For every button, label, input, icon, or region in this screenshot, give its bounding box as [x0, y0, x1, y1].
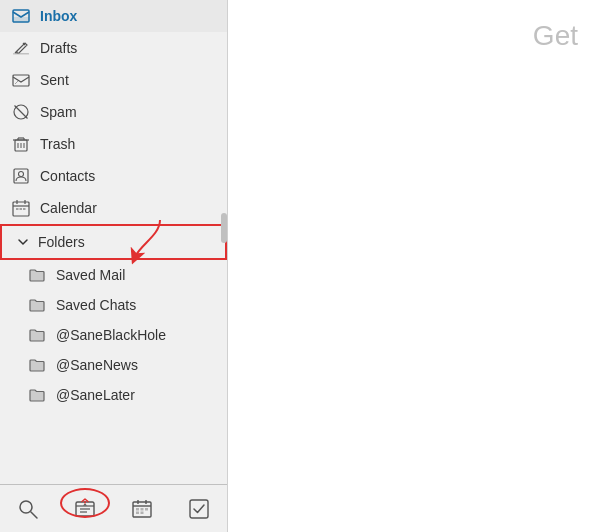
chevron-down-icon [14, 233, 32, 251]
sidebar-item-drafts[interactable]: Drafts [0, 32, 227, 64]
mail-list-footer-button[interactable] [66, 494, 104, 524]
sane-news-label: @SaneNews [56, 357, 138, 373]
sidebar-nav: Inbox Drafts Sent [0, 0, 227, 484]
sidebar-item-saved-mail[interactable]: Saved Mail [0, 260, 227, 290]
folder-icon [28, 386, 46, 404]
svg-rect-3 [13, 75, 29, 86]
sidebar-item-sane-later[interactable]: @SaneLater [0, 380, 227, 410]
calendar-label: Calendar [40, 200, 97, 216]
sidebar-item-inbox[interactable]: Inbox [0, 0, 227, 32]
svg-rect-22 [23, 208, 26, 210]
spam-icon [12, 103, 30, 121]
folders-label: Folders [38, 234, 85, 250]
drafts-label: Drafts [40, 40, 77, 56]
svg-rect-36 [145, 508, 148, 511]
sidebar-item-trash[interactable]: Trash [0, 128, 227, 160]
calendar-footer-button[interactable] [123, 494, 161, 524]
sidebar-footer [0, 484, 227, 532]
svg-rect-34 [136, 508, 139, 511]
trash-icon [12, 135, 30, 153]
contacts-label: Contacts [40, 168, 95, 184]
spam-label: Spam [40, 104, 77, 120]
inbox-label: Inbox [40, 8, 77, 24]
folder-icon [28, 326, 46, 344]
trash-label: Trash [40, 136, 75, 152]
svg-line-24 [31, 512, 37, 518]
svg-point-23 [20, 501, 32, 513]
svg-rect-38 [140, 511, 143, 514]
main-content: Get [228, 0, 608, 532]
svg-rect-2 [13, 53, 29, 55]
svg-rect-20 [16, 208, 19, 210]
sidebar-item-calendar[interactable]: Calendar [0, 192, 227, 224]
saved-chats-label: Saved Chats [56, 297, 136, 313]
folder-icon [28, 296, 46, 314]
sidebar-item-sane-blackhole[interactable]: @SaneBlackHole [0, 320, 227, 350]
svg-rect-39 [190, 500, 208, 518]
sane-later-label: @SaneLater [56, 387, 135, 403]
svg-rect-21 [20, 208, 23, 210]
svg-point-15 [19, 172, 24, 177]
inbox-icon [12, 7, 30, 25]
svg-rect-35 [140, 508, 143, 511]
saved-mail-label: Saved Mail [56, 267, 125, 283]
svg-rect-37 [136, 511, 139, 514]
sane-blackhole-label: @SaneBlackHole [56, 327, 166, 343]
folder-icon [28, 266, 46, 284]
calendar-icon [12, 199, 30, 217]
main-placeholder-text: Get [533, 20, 578, 52]
scrollbar-track [221, 0, 227, 532]
sidebar-item-saved-chats[interactable]: Saved Chats [0, 290, 227, 320]
contacts-icon [12, 167, 30, 185]
sidebar: Inbox Drafts Sent [0, 0, 228, 532]
sidebar-item-sent[interactable]: Sent [0, 64, 227, 96]
sent-label: Sent [40, 72, 69, 88]
folders-header[interactable]: Folders [0, 224, 227, 260]
search-footer-button[interactable] [9, 494, 47, 524]
folder-icon [28, 356, 46, 374]
sidebar-item-contacts[interactable]: Contacts [0, 160, 227, 192]
sent-icon [12, 71, 30, 89]
drafts-icon [12, 39, 30, 57]
sidebar-item-spam[interactable]: Spam [0, 96, 227, 128]
sidebar-item-sane-news[interactable]: @SaneNews [0, 350, 227, 380]
scrollbar-thumb[interactable] [221, 213, 227, 243]
tasks-footer-button[interactable] [180, 494, 218, 524]
